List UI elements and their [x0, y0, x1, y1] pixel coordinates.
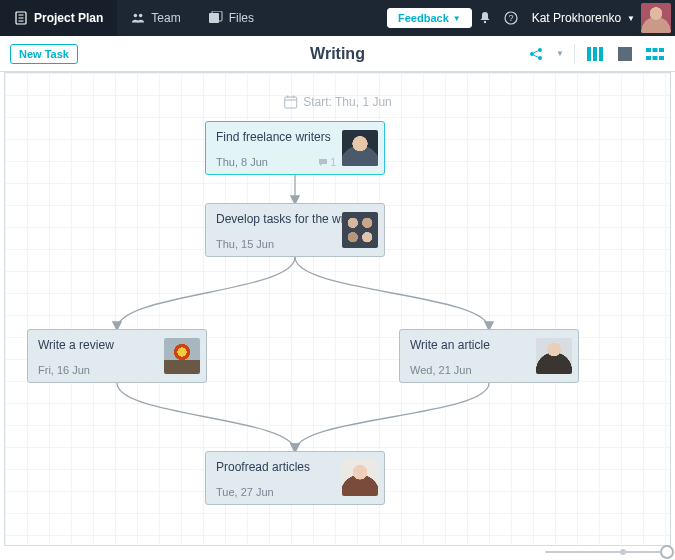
- view-columns-button[interactable]: [585, 44, 605, 64]
- svg-rect-18: [599, 47, 603, 61]
- svg-point-8: [483, 21, 485, 23]
- svg-line-14: [534, 50, 539, 53]
- nav-team[interactable]: Team: [117, 0, 194, 36]
- svg-line-15: [534, 55, 539, 58]
- view-timeline-button[interactable]: [645, 44, 665, 64]
- zoom-track: [545, 551, 665, 553]
- files-icon: [209, 11, 223, 25]
- svg-point-12: [538, 48, 542, 52]
- zoom-slider[interactable]: [545, 547, 665, 557]
- user-menu[interactable]: Kat Prokhorenko ▼: [524, 3, 675, 33]
- svg-rect-16: [587, 47, 591, 61]
- task-card[interactable]: Write a reviewFri, 16 Jun: [27, 329, 207, 383]
- separator: [574, 44, 575, 64]
- top-navbar: Project Plan Team Files Feedback ▼ ? Kat…: [0, 0, 675, 36]
- nav-files[interactable]: Files: [195, 0, 268, 36]
- feedback-button[interactable]: Feedback ▼: [387, 8, 472, 28]
- start-marker: Start: Thu, 1 Jun: [283, 95, 392, 109]
- assignee-thumb: [342, 130, 378, 166]
- view-board-button[interactable]: [615, 44, 635, 64]
- chevron-down-icon: ▼: [453, 14, 461, 23]
- bell-icon: [478, 11, 492, 25]
- nav-project-plan[interactable]: Project Plan: [0, 0, 117, 36]
- help-button[interactable]: ?: [498, 0, 524, 36]
- task-card[interactable]: Find freelance writersThu, 8 Jun1: [205, 121, 385, 175]
- calendar-icon: [283, 95, 297, 109]
- svg-point-4: [134, 14, 138, 18]
- share-button[interactable]: [526, 44, 546, 64]
- user-name: Kat Prokhorenko: [532, 11, 621, 25]
- assignee-thumb: [342, 460, 378, 496]
- new-task-button[interactable]: New Task: [10, 44, 78, 64]
- board-icon: [618, 47, 632, 61]
- task-card[interactable]: Write an articleWed, 21 Jun: [399, 329, 579, 383]
- svg-point-13: [538, 56, 542, 60]
- project-canvas[interactable]: Start: Thu, 1 Jun Find freelance writers…: [4, 72, 671, 546]
- assignee-thumb: [342, 212, 378, 248]
- help-icon: ?: [504, 11, 518, 25]
- zoom-handle[interactable]: [660, 545, 674, 559]
- svg-rect-24: [284, 97, 296, 108]
- assignee-thumb: [536, 338, 572, 374]
- assignee-thumb: [164, 338, 200, 374]
- notifications-button[interactable]: [472, 0, 498, 36]
- toolbar: New Task Writing ▼: [0, 36, 675, 72]
- share-icon: [528, 46, 544, 62]
- zoom-tick: [620, 549, 626, 555]
- task-card[interactable]: Proofread articlesTue, 27 Jun: [205, 451, 385, 505]
- nav-label: Files: [229, 11, 254, 25]
- chevron-down-icon[interactable]: ▼: [556, 49, 564, 58]
- timeline-icon: [646, 48, 664, 60]
- nav-label: Team: [151, 11, 180, 25]
- start-label: Start: Thu, 1 Jun: [303, 95, 392, 109]
- avatar: [641, 3, 671, 33]
- svg-rect-17: [593, 47, 597, 61]
- svg-rect-23: [646, 52, 664, 56]
- feedback-label: Feedback: [398, 12, 449, 24]
- svg-point-5: [139, 14, 143, 18]
- columns-icon: [587, 47, 603, 61]
- team-icon: [131, 11, 145, 25]
- svg-rect-19: [618, 47, 632, 61]
- task-comments: 1: [318, 157, 336, 168]
- svg-text:?: ?: [508, 13, 513, 23]
- task-card[interactable]: Develop tasks for the writersThu, 15 Jun: [205, 203, 385, 257]
- chevron-down-icon: ▼: [627, 14, 635, 23]
- project-plan-icon: [14, 11, 28, 25]
- nav-label: Project Plan: [34, 11, 103, 25]
